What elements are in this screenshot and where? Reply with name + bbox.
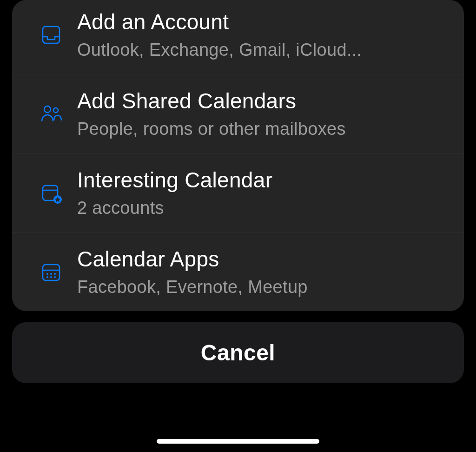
svg-point-9: [50, 273, 52, 275]
menu-item-interesting-calendar[interactable]: Interesting Calendar 2 accounts: [12, 153, 464, 233]
menu-item-title: Add an Account: [77, 9, 362, 34]
menu-item-text: Add an Account Outlook, Exchange, Gmail,…: [77, 9, 362, 60]
people-icon: [40, 100, 77, 128]
svg-point-13: [54, 276, 56, 278]
home-indicator[interactable]: [157, 439, 319, 444]
menu-item-text: Add Shared Calendars People, rooms or ot…: [77, 88, 346, 139]
svg-point-8: [46, 273, 48, 275]
cancel-button[interactable]: Cancel: [12, 322, 464, 383]
svg-point-12: [50, 276, 52, 278]
menu-item-title: Add Shared Calendars: [77, 88, 346, 113]
calendar-star-icon: [40, 179, 77, 207]
cancel-label: Cancel: [12, 340, 464, 366]
svg-point-10: [54, 273, 56, 275]
menu-item-shared-calendars[interactable]: Add Shared Calendars People, rooms or ot…: [12, 74, 464, 153]
inbox-icon: [40, 21, 77, 49]
menu-item-subtitle: Outlook, Exchange, Gmail, iCloud...: [77, 40, 362, 60]
svg-point-11: [46, 276, 48, 278]
menu-item-title: Calendar Apps: [77, 246, 308, 272]
menu-item-calendar-apps[interactable]: Calendar Apps Facebook, Evernote, Meetup: [12, 233, 464, 311]
calendar-grid-icon: [40, 258, 77, 286]
action-sheet: Add an Account Outlook, Exchange, Gmail,…: [12, 0, 464, 383]
svg-point-2: [53, 108, 58, 113]
menu-item-subtitle: 2 accounts: [77, 198, 272, 218]
menu-panel: Add an Account Outlook, Exchange, Gmail,…: [12, 0, 464, 311]
menu-item-text: Interesting Calendar 2 accounts: [77, 167, 272, 218]
menu-item-title: Interesting Calendar: [77, 167, 272, 193]
svg-rect-0: [43, 27, 60, 43]
menu-item-subtitle: People, rooms or other mailboxes: [77, 119, 346, 139]
svg-point-1: [44, 106, 51, 113]
menu-item-text: Calendar Apps Facebook, Evernote, Meetup: [77, 246, 308, 297]
menu-item-subtitle: Facebook, Evernote, Meetup: [77, 277, 308, 297]
menu-item-add-account[interactable]: Add an Account Outlook, Exchange, Gmail,…: [12, 0, 464, 74]
